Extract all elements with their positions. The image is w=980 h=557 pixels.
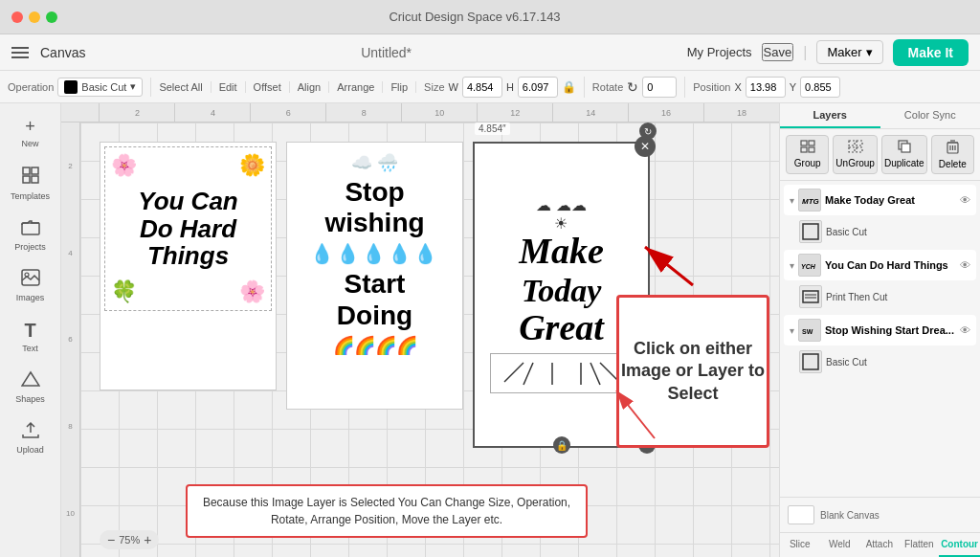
group-button[interactable]: Group bbox=[786, 135, 829, 174]
tab-color-sync[interactable]: Color Sync bbox=[880, 103, 981, 128]
blank-canvas-swatch[interactable] bbox=[788, 505, 814, 524]
stop-wishing-thumb: SW bbox=[798, 319, 821, 342]
tab-flatten[interactable]: Flatten bbox=[900, 533, 940, 557]
canvas-area[interactable]: 2 4 6 8 10 12 14 16 18 2 4 6 8 10 bbox=[61, 103, 779, 557]
design-card-stop-wishing[interactable]: ☁️ 🌧️ Stopwishing 💧💧💧💧💧 StartDoing 🌈🌈🌈🌈 bbox=[286, 142, 463, 410]
delete-button[interactable]: Delete bbox=[931, 135, 974, 174]
sidebar-item-upload[interactable]: Upload bbox=[4, 413, 57, 462]
operation-selector[interactable]: Basic Cut ▾ bbox=[57, 78, 143, 97]
arch-deco: 🌈🌈🌈🌈 bbox=[297, 335, 453, 356]
layer-group-header-make-today[interactable]: ▾ MTG Make Today Great 👁 bbox=[784, 185, 976, 215]
size-h-label: H bbox=[506, 81, 514, 93]
svg-rect-22 bbox=[857, 141, 862, 145]
layer-item-basic-cut-2[interactable]: Basic Cut bbox=[784, 347, 976, 376]
zoom-out-button[interactable]: − bbox=[107, 532, 115, 547]
rotate-label: Rotate bbox=[592, 81, 623, 93]
sidebar-item-images[interactable]: Images bbox=[4, 261, 57, 310]
window-controls bbox=[11, 11, 57, 23]
svg-rect-2 bbox=[23, 176, 30, 183]
plus-icon: + bbox=[25, 117, 35, 137]
ruler-marks: 2 4 6 8 10 12 14 16 18 bbox=[99, 103, 779, 123]
ruler-left: 2 4 6 8 10 bbox=[61, 123, 80, 557]
tab-weld[interactable]: Weld bbox=[820, 533, 860, 557]
svg-rect-40 bbox=[803, 354, 818, 369]
zoom-controls: − 75% + bbox=[100, 530, 159, 549]
layer-group-make-today: ▾ MTG Make Today Great 👁 Basic Cut bbox=[784, 185, 976, 246]
svg-line-9 bbox=[523, 363, 533, 385]
sidebar-item-shapes[interactable]: Shapes bbox=[4, 363, 57, 412]
tab-contour[interactable]: Contour bbox=[939, 533, 980, 557]
toolbar-flip: Flip bbox=[390, 81, 416, 93]
tab-slice[interactable]: Slice bbox=[780, 533, 820, 557]
app-title: Cricut Design Space v6.17.143 bbox=[389, 10, 560, 24]
shapes-icon bbox=[21, 370, 40, 392]
canvas-grid[interactable]: 🌸🌼 You CanDo HardThings 🍀🌸 ☁️ 🌧️ Stopwis… bbox=[80, 123, 779, 557]
toolbar-offset: Offset bbox=[254, 81, 290, 93]
hamburger-menu[interactable] bbox=[11, 47, 29, 58]
arrange-button[interactable]: Arrange bbox=[337, 81, 374, 93]
group-name-stop-wishing: Stop Wishing Start Drea... bbox=[825, 324, 956, 336]
eye-icon-stop-wishing[interactable]: 👁 bbox=[960, 324, 970, 336]
file-title: Untitled* bbox=[100, 45, 671, 60]
images-icon bbox=[21, 269, 40, 291]
design-card-hard-things[interactable]: 🌸🌼 You CanDo HardThings 🍀🌸 bbox=[100, 142, 277, 390]
close-dot[interactable] bbox=[11, 11, 23, 23]
tab-layers[interactable]: Layers bbox=[780, 103, 880, 128]
menu-right: My Projects Save | Maker ▾ Make It bbox=[687, 39, 969, 66]
sidebar-item-new[interactable]: + New bbox=[4, 109, 57, 156]
layer-group-header-stop-wishing[interactable]: ▾ SW Stop Wishing Start Drea... 👁 bbox=[784, 315, 976, 345]
rotate-handle[interactable]: ↻ bbox=[639, 123, 657, 140]
sidebar-item-templates[interactable]: Templates bbox=[4, 158, 57, 209]
lock-ratio-button[interactable]: 🔒 bbox=[562, 80, 576, 94]
maker-dropdown[interactable]: Maker ▾ bbox=[816, 40, 882, 64]
minimize-dot[interactable] bbox=[29, 11, 40, 23]
position-x-input[interactable] bbox=[746, 77, 786, 98]
panel-actions: Group UnGroup Duplicate Delete bbox=[780, 129, 980, 181]
layer-item-basic-cut-1[interactable]: Basic Cut bbox=[784, 217, 976, 246]
toolbar-size: Size W H 🔒 bbox=[424, 77, 585, 98]
toolbar-position: Position X Y bbox=[693, 77, 848, 98]
svg-rect-0 bbox=[23, 167, 30, 174]
chevron-icon: ▾ bbox=[790, 195, 794, 206]
make-it-button[interactable]: Make It bbox=[893, 39, 969, 66]
right-annotation-box: Click on either Image or Layer to Select bbox=[616, 295, 769, 448]
ungroup-button[interactable]: UnGroup bbox=[833, 135, 878, 174]
rotate-input[interactable] bbox=[642, 77, 677, 98]
size-h-input[interactable] bbox=[518, 77, 558, 98]
select-all-button[interactable]: Select All bbox=[159, 81, 202, 93]
tab-attach[interactable]: Attach bbox=[859, 533, 900, 557]
edit-button[interactable]: Edit bbox=[219, 81, 237, 93]
size-w-label: W bbox=[449, 81, 458, 93]
group-name-hard-things: You Can Do Hard Things bbox=[825, 259, 956, 271]
sidebar-item-text[interactable]: T Text bbox=[4, 312, 57, 361]
zoom-in-button[interactable]: + bbox=[144, 532, 151, 547]
align-button[interactable]: Align bbox=[298, 81, 321, 93]
basic-cut-1-thumb bbox=[799, 220, 822, 243]
eye-icon-hard-things[interactable]: 👁 bbox=[960, 259, 970, 271]
blank-canvas-area: Blank Canvas bbox=[780, 497, 980, 532]
size-w-input[interactable] bbox=[462, 77, 502, 98]
svg-text:YCH: YCH bbox=[801, 263, 816, 270]
flip-button[interactable]: Flip bbox=[390, 81, 408, 93]
toolbar-arrange: Arrange bbox=[337, 81, 383, 93]
my-projects-button[interactable]: My Projects bbox=[687, 45, 752, 59]
lock-handle[interactable]: 🔒 bbox=[553, 436, 570, 454]
eye-icon-make-today[interactable]: 👁 bbox=[960, 194, 970, 206]
layer-item-print-cut[interactable]: Print Then Cut bbox=[784, 282, 976, 311]
raindrops: 💧💧💧💧💧 bbox=[297, 242, 453, 265]
text-icon: T bbox=[24, 320, 35, 342]
main-layout: + New Templates Projects Images T Text bbox=[0, 103, 980, 557]
duplicate-button[interactable]: Duplicate bbox=[881, 135, 927, 174]
layer-group-header-hard-things[interactable]: ▾ YCH You Can Do Hard Things 👁 bbox=[784, 250, 976, 280]
flower-deco-bottom: 🍀🌸 bbox=[111, 279, 265, 304]
offset-button[interactable]: Offset bbox=[254, 81, 281, 93]
position-label: Position bbox=[693, 81, 730, 93]
maximize-dot[interactable] bbox=[46, 11, 57, 23]
flower-deco-top: 🌸🌼 bbox=[111, 153, 265, 178]
chevron-icon-3: ▾ bbox=[790, 325, 794, 336]
toolbar-select: Select All bbox=[159, 81, 211, 93]
basic-cut-2-thumb bbox=[799, 350, 822, 373]
save-button[interactable]: Save bbox=[762, 43, 794, 61]
sidebar-item-projects[interactable]: Projects bbox=[4, 211, 57, 259]
position-y-input[interactable] bbox=[800, 77, 840, 98]
